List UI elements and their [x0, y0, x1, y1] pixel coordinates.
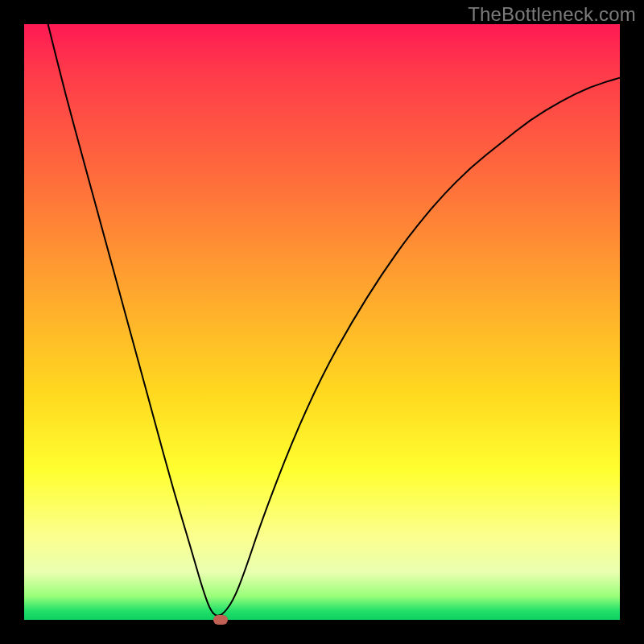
watermark-text: TheBottleneck.com: [468, 3, 636, 26]
bottleneck-curve: [48, 24, 620, 616]
curve-svg: [24, 24, 620, 620]
optimal-point-marker: [213, 615, 228, 625]
plot-area: [24, 24, 620, 620]
chart-frame: TheBottleneck.com: [0, 0, 644, 644]
